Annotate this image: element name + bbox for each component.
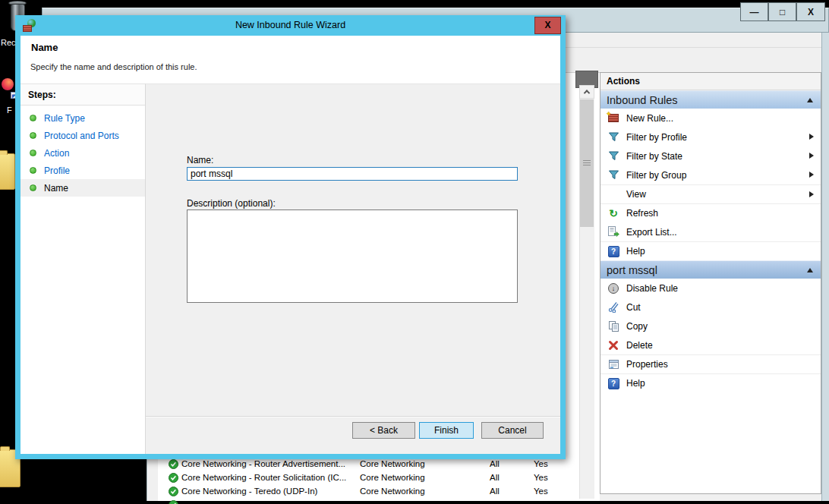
name-input[interactable] [187, 167, 518, 181]
actions-panel-title: Actions [600, 73, 821, 90]
new-rule-icon: ✦ [607, 112, 620, 124]
enabled-check-icon [169, 487, 178, 498]
steps-header: Steps: [20, 84, 145, 106]
action-filter-by-group[interactable]: Filter by Group [600, 165, 821, 184]
description-label: Description (optional): [187, 198, 276, 209]
enabled-check-icon [169, 473, 178, 484]
finish-button[interactable]: Finish [419, 422, 474, 439]
action-new-rule[interactable]: ✦ New Rule... [600, 109, 821, 128]
table-row[interactable]: Core Networking - Time Exceeded (ICMP...… [158, 499, 575, 504]
table-row[interactable]: Core Networking - Router Advertisement..… [158, 458, 575, 471]
page-subtitle: Specify the name and description of this… [30, 62, 197, 71]
action-properties[interactable]: Properties [600, 354, 821, 373]
disable-rule-icon: ↓ [608, 283, 619, 294]
delete-icon [607, 339, 620, 351]
action-delete[interactable]: Delete [600, 335, 821, 354]
action-export-list[interactable]: Export List... [600, 222, 821, 241]
desktop: Rec ◤ F — □ X Core Networking - Router A… [0, 0, 829, 504]
step-name[interactable]: Name [20, 179, 145, 197]
action-refresh[interactable]: ↻ Refresh [600, 203, 821, 222]
footer-divider [146, 416, 560, 417]
step-bullet-icon [30, 115, 36, 121]
step-action[interactable]: Action [20, 144, 145, 162]
back-button[interactable]: < Back [352, 422, 415, 439]
actions-panel: Actions Inbound Rules ✦ New Rule... Filt… [600, 72, 821, 494]
submenu-arrow-icon [809, 191, 814, 197]
step-bullet-icon [30, 150, 36, 156]
collapse-icon[interactable] [807, 268, 813, 272]
page-title: Name [31, 42, 58, 53]
window-right-border [821, 33, 829, 501]
name-label: Name: [187, 155, 213, 165]
properties-icon [607, 358, 620, 370]
step-bullet-icon [30, 132, 36, 139]
wizard-content: Name: Description (optional): < Back Fin… [146, 83, 560, 454]
step-bullet-icon [30, 167, 36, 174]
action-cut[interactable]: Cut [600, 298, 821, 317]
new-inbound-rule-wizard-dialog: New Inbound Rule Wizard X Name Specify t… [15, 15, 566, 459]
close-button[interactable]: X [796, 2, 825, 21]
step-rule-type[interactable]: Rule Type [20, 109, 145, 127]
submenu-arrow-icon [809, 134, 814, 140]
maximize-button[interactable]: □ [768, 2, 796, 21]
enabled-check-icon [169, 459, 178, 471]
filter-icon [607, 131, 620, 143]
action-filter-by-state[interactable]: Filter by State [600, 146, 821, 165]
minimize-button[interactable]: — [740, 2, 768, 21]
action-copy[interactable]: Copy [600, 317, 821, 335]
help-icon: ? [608, 378, 619, 389]
action-help-2[interactable]: ? Help [600, 373, 821, 392]
section-header-port-mssql[interactable]: port mssql [600, 260, 821, 279]
table-row[interactable]: Core Networking - Router Solicitation (I… [158, 471, 575, 485]
submenu-arrow-icon [809, 153, 814, 159]
action-help[interactable]: ? Help [600, 241, 821, 260]
submenu-arrow-icon [809, 172, 814, 178]
collapse-icon[interactable] [807, 98, 813, 102]
filter-icon [607, 150, 620, 162]
cut-icon [607, 301, 620, 313]
action-view[interactable]: View [600, 184, 821, 203]
steps-panel: Steps: Rule Type Protocol and Ports Acti… [20, 83, 146, 454]
firewall-icon [23, 19, 36, 32]
step-protocol-and-ports[interactable]: Protocol and Ports [20, 127, 145, 144]
wizard-title: New Inbound Rule Wizard [235, 20, 345, 30]
description-textarea[interactable] [187, 209, 518, 303]
filter-icon [607, 169, 620, 181]
chevron-up-icon [584, 90, 590, 96]
help-icon: ? [608, 246, 619, 257]
scrollbar-thumb[interactable] [580, 99, 594, 227]
enabled-check-icon [169, 500, 178, 504]
scrollbar-up-button[interactable] [579, 85, 594, 99]
step-bullet-icon [30, 184, 36, 191]
wizard-close-button[interactable]: X [534, 17, 561, 34]
refresh-icon: ↻ [607, 207, 620, 219]
section-header-inbound-rules[interactable]: Inbound Rules [600, 90, 821, 109]
wizard-titlebar[interactable]: New Inbound Rule Wizard [15, 15, 566, 36]
copy-icon [607, 320, 620, 332]
action-filter-by-profile[interactable]: Filter by Profile [600, 128, 821, 146]
table-row[interactable]: Core Networking - Teredo (UDP-In) Core N… [158, 485, 575, 499]
export-icon [607, 226, 620, 238]
wizard-header: Name Specify the name and description of… [20, 36, 560, 83]
step-profile[interactable]: Profile [20, 162, 145, 179]
cancel-button[interactable]: Cancel [481, 422, 544, 439]
action-disable-rule[interactable]: ↓ Disable Rule [600, 279, 821, 298]
